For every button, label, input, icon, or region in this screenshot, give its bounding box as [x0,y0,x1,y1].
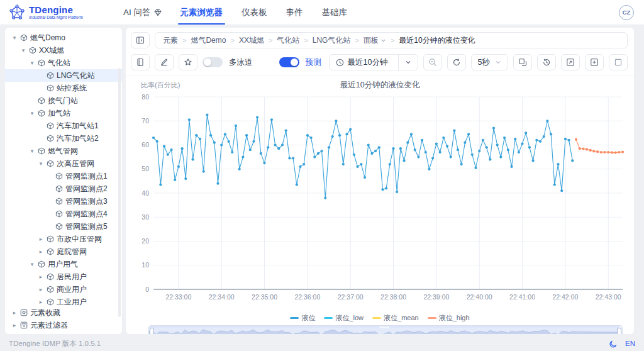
caret-closed-icon[interactable]: ▸ [38,299,44,305]
interval-select[interactable]: 5秒 [471,54,508,70]
tree-item[interactable]: 管网监测点2 [5,182,122,195]
caret-closed-icon[interactable]: ▸ [38,274,44,280]
tree-item[interactable]: 汽车加气站2 [5,132,122,145]
tree-item[interactable]: ▸商业用户 [5,283,122,296]
tree-item-label: 用户用气 [48,259,78,270]
tree-item-label: 汽车加气站1 [57,121,99,131]
tree-item[interactable]: ▾加气站 [5,107,122,120]
legend-item[interactable]: 液位_mean [372,313,419,323]
breadcrumb-separator: > [304,36,308,44]
breadcrumb: 元素>燃气Demo>XX城燃>气化站>LNG气化站>面板>最近10分钟的液位变化 [155,32,628,48]
caret-closed-icon[interactable]: ▸ [11,322,18,328]
nav-item[interactable]: 事件 [286,0,303,25]
tree-item[interactable]: 汽车加气站1 [5,120,122,132]
tree-item[interactable]: 管网监测点4 [5,208,122,220]
app-window: TDengine Industrial Data Mgmt Platform A… [0,0,644,351]
swimlane-toggle[interactable] [203,57,223,67]
caret-open-icon[interactable]: ▾ [20,47,26,53]
logo-text: TDengine Industrial Data Mgmt Platform [29,5,83,20]
tree-item[interactable]: ▾XX城燃 [5,44,122,57]
caret-open-icon[interactable]: ▾ [29,261,35,267]
tree-item-label: 管网监测点1 [65,171,108,182]
svg-text:22:43:00: 22:43:00 [596,293,621,301]
export-image-button[interactable] [513,54,532,70]
tree-item[interactable]: ▾次高压管网 [5,157,122,170]
history-button[interactable] [537,54,556,70]
tree-item-label: 加气站 [48,108,70,119]
datazoom-right-handle[interactable] [617,328,621,334]
tree-item[interactable]: 管网监测点3 [5,195,122,208]
caret-open-icon[interactable]: ▾ [38,160,44,167]
app-logo[interactable]: TDengine Industrial Data Mgmt Platform [0,4,123,21]
datazoom-slider[interactable] [148,325,623,334]
caret-open-icon[interactable]: ▾ [29,60,35,66]
line-chart[interactable]: 0102030405060708022:33:0022:34:0022:35:0… [132,92,626,312]
moon-icon[interactable] [609,340,618,348]
nav-item[interactable]: 基础库 [322,0,348,25]
caret-closed-icon[interactable]: ▸ [38,248,44,255]
datazoom-left-handle[interactable] [150,328,154,334]
tree-item[interactable]: ▾气化站 [5,57,122,69]
legend-item[interactable]: 液位_high [428,313,470,323]
sidebar-item-filters[interactable]: ▸元素过滤器 [5,319,122,332]
tree-item[interactable]: ▸居民用户 [5,270,122,283]
element-cube-icon [38,147,45,155]
tree-item[interactable]: ▸庭院管网 [5,245,122,258]
sidebar-scrollbar[interactable] [118,68,121,317]
breadcrumb-item[interactable]: LNG气化站 [313,35,351,46]
legend-item[interactable]: 液位_low [324,313,364,323]
toolbar-right: 预测 最近10分钟 [279,54,628,70]
tree-item[interactable]: ▾用户用气 [5,258,122,270]
nav-item[interactable]: 元素浏览器 [180,0,223,25]
expand-button[interactable] [561,54,580,70]
caret-closed-icon[interactable]: ▸ [38,236,44,242]
tree-item[interactable]: ▾燃气管网 [5,145,122,157]
sidebar-item-label: 元素过滤器 [30,320,68,331]
breadcrumb-item[interactable]: 元素 [163,35,178,46]
fullscreen-button[interactable] [609,54,628,70]
forecast-toggle[interactable] [279,57,299,67]
nav-item[interactable]: AI 问答 [123,0,162,25]
tree-item[interactable]: 管网监测点1 [5,170,122,182]
nav-item[interactable]: 仪表板 [242,0,267,25]
breadcrumb-item[interactable]: 燃气Demo [191,35,226,46]
tree-item[interactable]: ▸市政中压管网 [5,233,122,245]
add-panel-button[interactable] [585,54,604,70]
element-cube-icon [38,59,45,67]
tree-item[interactable]: LNG气化站 [5,69,122,82]
sidebar-item-favorites[interactable]: ▸元素收藏 [5,306,122,319]
language-toggle[interactable]: EN [625,340,635,347]
caret-open-icon[interactable]: ▾ [11,35,18,41]
breadcrumb-item[interactable]: 最近10分钟的液位变化 [399,35,475,46]
legend-item[interactable]: 液位 [290,313,315,323]
favorite-button[interactable] [179,54,197,70]
collapse-sidebar-button[interactable] [131,32,150,48]
logo-subtitle: Industrial Data Mgmt Platform [29,16,83,20]
caret-open-icon[interactable]: ▾ [29,148,35,154]
caret-closed-icon[interactable]: ▸ [11,309,18,316]
breadcrumb-item[interactable]: 气化站 [277,35,299,46]
breadcrumb-item[interactable]: XX城燃 [239,35,264,46]
tree-item-label: 管网监测点3 [65,196,108,207]
user-avatar[interactable]: CZ [619,5,634,20]
element-cube-icon [47,160,54,167]
tree-item[interactable]: 管网监测点5 [5,220,122,233]
time-range-value: 最近10分钟 [348,57,392,68]
tree-item-label: 管网监测点2 [65,184,108,194]
zoom-out-button[interactable] [423,54,442,70]
tree-item[interactable]: 站控系统 [5,82,122,94]
tree-item-label: 次高压管网 [57,159,94,169]
tree-item[interactable]: ▾燃气Demo [5,31,122,44]
breadcrumb-item[interactable]: 面板 [364,35,386,46]
breadcrumb-separator: > [355,36,358,44]
element-cube-icon [20,34,28,42]
journal-button[interactable] [131,54,150,70]
refresh-button[interactable] [447,54,466,70]
time-range-select[interactable]: 最近10分钟 [329,54,418,70]
edit-button[interactable] [155,54,174,70]
caret-closed-icon[interactable]: ▸ [38,286,44,292]
element-cube-icon [47,273,54,281]
tree-item[interactable]: 接气门站 [5,94,122,107]
tree-item-label: 汽车加气站2 [57,133,99,144]
caret-open-icon[interactable]: ▾ [29,110,35,116]
